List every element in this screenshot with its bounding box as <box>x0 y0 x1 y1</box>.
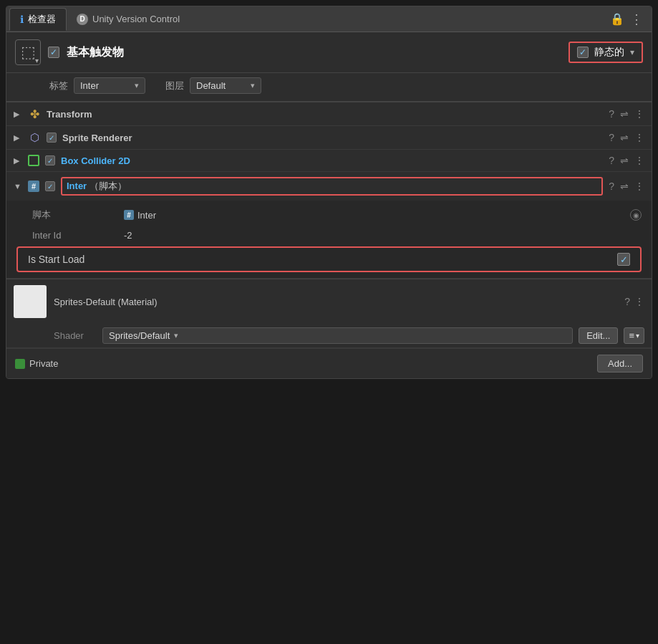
is-start-load-row: Is Start Load ✓ <box>16 246 642 272</box>
shader-dropdown-arrow: ▾ <box>174 331 178 340</box>
inter-id-row: Inter Id -2 <box>6 225 652 245</box>
box-collider-expand-arrow: ▶ <box>14 156 22 165</box>
script-label: 脚本 <box>32 208 118 221</box>
transform-header[interactable]: ▶ ✤ Transform ? ⇌ ⋮ <box>6 102 652 125</box>
sprite-renderer-actions: ? ⇌ ⋮ <box>609 132 644 143</box>
script-ref-name: Inter <box>137 210 156 221</box>
script-properties: 脚本 # Inter ◉ Inter Id -2 Is Start Load <box>6 201 652 278</box>
material-name: Sprites-Default (Material) <box>54 297 617 307</box>
private-badge: Private <box>15 358 58 369</box>
static-checkbox[interactable] <box>577 47 589 58</box>
inter-id-value: -2 <box>124 230 642 241</box>
transform-actions: ? ⇌ ⋮ <box>609 108 644 120</box>
lock-icon[interactable]: 🔒 <box>610 12 624 26</box>
object-header: ⬚ ▾ 基本触发物 静态的 ▾ <box>6 32 652 73</box>
static-label: 静态的 <box>594 46 624 59</box>
list-dropdown-arrow: ▾ <box>636 332 639 340</box>
sprite-renderer-help-icon[interactable]: ? <box>609 132 614 143</box>
inter-script-icon: # <box>28 181 39 192</box>
is-start-load-checkbox[interactable]: ✓ <box>617 253 630 266</box>
static-dropdown-arrow[interactable]: ▾ <box>630 47 634 57</box>
inter-script-header[interactable]: ▼ # Inter （脚本） ? ⇌ ⋮ <box>6 172 652 201</box>
layer-dropdown-arrow: ▾ <box>251 81 255 90</box>
shader-value: Sprites/Default <box>109 330 170 341</box>
box-collider-header[interactable]: ▶ Box Collider 2D ? ⇌ ⋮ <box>6 150 652 171</box>
sprite-renderer-header[interactable]: ▶ ⬡ Sprite Renderer ? ⇌ ⋮ <box>6 126 652 149</box>
material-preview <box>14 285 47 318</box>
sprite-renderer-more-icon[interactable]: ⋮ <box>634 132 644 143</box>
tab-version-control[interactable]: D Unity Version Control <box>67 9 190 29</box>
transform-help-icon[interactable]: ? <box>609 108 614 120</box>
script-ref: # Inter <box>124 210 156 221</box>
material-help-icon[interactable]: ? <box>624 296 630 307</box>
script-value: # Inter ◉ <box>124 209 642 221</box>
add-button[interactable]: Add... <box>597 355 643 373</box>
material-section: Sprites-Default (Material) ? ⋮ <box>6 279 652 324</box>
inter-script-more-icon[interactable]: ⋮ <box>634 181 644 192</box>
list-icon: ≡ <box>629 330 634 341</box>
sprite-renderer-checkbox[interactable] <box>47 133 57 143</box>
inspector-panel: ℹ 检查器 D Unity Version Control 🔒 ⋮ ⬚ ▾ 基本… <box>6 6 652 379</box>
inter-script-checkbox[interactable] <box>45 181 55 191</box>
script-ref-icon: # <box>124 210 134 220</box>
sprite-renderer-expand-arrow: ▶ <box>14 133 22 143</box>
box-collider-icon <box>28 155 39 166</box>
inter-script-actions: ? ⇌ ⋮ <box>609 181 644 192</box>
layer-label: 图层 <box>165 80 184 92</box>
list-button[interactable]: ≡ ▾ <box>624 327 644 344</box>
tag-value: Inter <box>80 80 99 91</box>
material-more-icon[interactable]: ⋮ <box>634 296 644 307</box>
inter-id-number: -2 <box>124 230 132 241</box>
static-toggle[interactable]: 静态的 ▾ <box>569 42 643 63</box>
box-collider-help-icon[interactable]: ? <box>609 155 614 166</box>
script-target-icon[interactable]: ◉ <box>630 209 642 221</box>
sprite-renderer-name: Sprite Renderer <box>62 133 603 143</box>
box-collider-more-icon[interactable]: ⋮ <box>634 155 644 166</box>
component-transform: ▶ ✤ Transform ? ⇌ ⋮ <box>6 102 652 126</box>
more-icon[interactable]: ⋮ <box>630 11 643 27</box>
box-collider-checkbox[interactable] <box>45 155 55 165</box>
version-control-tab-label: Unity Version Control <box>92 14 180 24</box>
sprite-renderer-settings-icon[interactable]: ⇌ <box>620 132 629 143</box>
component-inter-script: ▼ # Inter （脚本） ? ⇌ ⋮ 脚本 # Inter <box>6 172 652 279</box>
transform-expand-arrow: ▶ <box>14 110 22 119</box>
inter-id-label: Inter Id <box>32 230 118 241</box>
tag-dropdown[interactable]: Inter ▾ <box>74 77 145 94</box>
transform-settings-icon[interactable]: ⇌ <box>620 108 629 120</box>
inspector-tab-label: 检查器 <box>28 13 56 26</box>
inspector-tab-icon: ℹ <box>20 14 24 25</box>
component-box-collider: ▶ Box Collider 2D ? ⇌ ⋮ <box>6 150 652 172</box>
tag-label: 标签 <box>49 80 68 92</box>
box-collider-name: Box Collider 2D <box>61 155 603 166</box>
shader-row: Shader Sprites/Default ▾ Edit... ≡ ▾ <box>6 324 652 348</box>
private-icon <box>15 359 25 369</box>
tab-inspector[interactable]: ℹ 检查器 <box>9 8 67 31</box>
script-prop-row: 脚本 # Inter ◉ <box>6 205 652 225</box>
layer-dropdown[interactable]: Default ▾ <box>190 77 261 94</box>
object-icon: ⬚ ▾ <box>15 39 41 65</box>
object-active-checkbox[interactable] <box>48 47 59 58</box>
edit-button[interactable]: Edit... <box>579 327 618 344</box>
transform-name: Transform <box>47 109 603 120</box>
layer-value: Default <box>196 80 226 91</box>
tab-bar-icons: 🔒 ⋮ <box>610 11 649 27</box>
material-actions: ? ⋮ <box>624 296 644 307</box>
version-control-tab-icon: D <box>77 14 88 25</box>
component-sprite-renderer: ▶ ⬡ Sprite Renderer ? ⇌ ⋮ <box>6 126 652 150</box>
inter-script-help-icon[interactable]: ? <box>609 181 614 192</box>
is-start-load-label: Is Start Load <box>28 254 617 265</box>
tag-dropdown-arrow: ▾ <box>135 81 139 90</box>
box-collider-actions: ? ⇌ ⋮ <box>609 155 644 166</box>
shader-dropdown[interactable]: Sprites/Default ▾ <box>102 327 573 344</box>
tab-bar: ℹ 检查器 D Unity Version Control 🔒 ⋮ <box>6 6 652 32</box>
transform-more-icon[interactable]: ⋮ <box>634 108 644 120</box>
sprite-renderer-icon: ⬡ <box>28 131 41 144</box>
inter-script-settings-icon[interactable]: ⇌ <box>620 181 629 192</box>
footer-bar: Private Add... <box>6 348 652 378</box>
transform-icon: ✤ <box>28 107 41 120</box>
private-label: Private <box>29 358 58 369</box>
inter-script-name: Inter （脚本） <box>61 177 603 196</box>
shader-label: Shader <box>54 330 97 341</box>
box-collider-settings-icon[interactable]: ⇌ <box>620 155 629 166</box>
object-name: 基本触发物 <box>67 45 561 60</box>
